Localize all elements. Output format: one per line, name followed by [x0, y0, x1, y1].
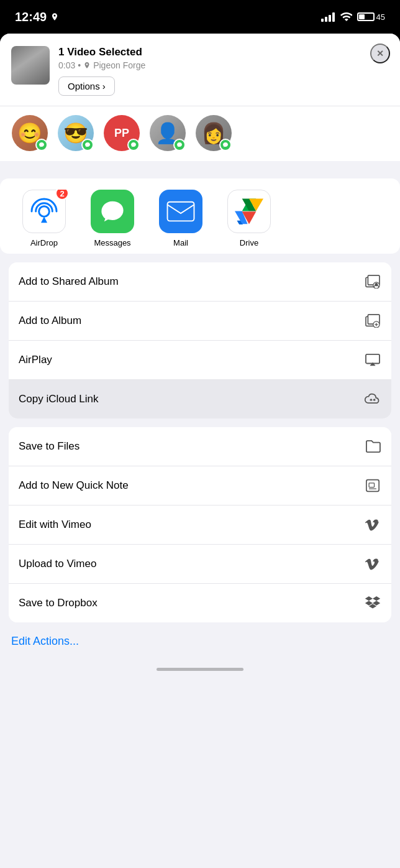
add-quick-note-label: Add to New Quick Note: [19, 479, 129, 492]
options-button[interactable]: Options ›: [58, 76, 115, 96]
contact-item[interactable]: 👩: [194, 115, 234, 151]
edit-actions-button[interactable]: Edit Actions...: [11, 635, 79, 648]
save-files-item[interactable]: Save to Files: [9, 427, 391, 466]
airdrop-label: AirDrop: [30, 238, 58, 247]
messages-app-icon: [91, 190, 134, 233]
save-dropbox-item[interactable]: Save to Dropbox: [9, 584, 391, 622]
save-dropbox-label: Save to Dropbox: [19, 597, 98, 609]
album-icon: [364, 312, 381, 330]
home-indicator: [0, 660, 400, 677]
apps-row: 2 AirDrop: [0, 190, 400, 247]
share-info: 1 Video Selected 0:03 • Pigeon Forge Opt…: [58, 46, 389, 96]
quick-note-icon: [364, 477, 381, 494]
add-shared-album-label: Add to Shared Album: [19, 275, 119, 288]
add-album-item[interactable]: Add to Album: [9, 302, 391, 341]
icloud-icon: [364, 390, 381, 408]
messages-label: Messages: [94, 238, 130, 247]
messages-badge: [81, 139, 94, 151]
drive-app-icon: [227, 190, 271, 233]
edit-vimeo-item[interactable]: Edit with Vimeo: [9, 506, 391, 545]
battery-level: 45: [376, 12, 385, 22]
contact-avatar: PP: [104, 115, 140, 151]
messages-bubble-icon: [99, 198, 126, 225]
svg-point-0: [39, 206, 50, 217]
messages-badge: [35, 139, 48, 151]
status-icons: 45: [321, 12, 385, 22]
drive-label: Drive: [240, 238, 258, 247]
add-shared-album-item[interactable]: Add to Shared Album: [9, 262, 391, 302]
mail-app-icon: [159, 190, 202, 233]
battery-container: 45: [357, 12, 385, 22]
edit-actions-row: Edit Actions...: [0, 622, 400, 660]
svg-marker-18: [365, 596, 373, 601]
video-thumbnail: [11, 46, 50, 85]
menu-section-2: Save to Files Add to New Quick Note Edit…: [9, 427, 391, 622]
battery-icon: [357, 12, 375, 21]
status-bar: 12:49 45: [0, 0, 400, 34]
airplay-icon: [364, 351, 381, 369]
close-button[interactable]: ✕: [370, 44, 390, 63]
location-small-icon: [83, 62, 91, 69]
contact-avatar: 👤: [150, 115, 186, 151]
home-bar: [157, 668, 243, 671]
messages-badge: [127, 139, 140, 151]
svg-marker-19: [373, 596, 380, 601]
app-item-drive[interactable]: Drive: [215, 190, 283, 247]
status-time: 12:49: [15, 10, 59, 24]
contacts-row: 😊 😎 PP: [0, 106, 400, 161]
contact-avatar: 👩: [196, 115, 232, 151]
contact-item[interactable]: PP: [102, 115, 142, 151]
svg-rect-15: [366, 480, 379, 492]
files-icon: [364, 438, 381, 455]
copy-icloud-link-label: Copy iCloud Link: [19, 393, 99, 405]
app-item-messages[interactable]: Messages: [78, 190, 147, 247]
vimeo-icon: [364, 516, 381, 533]
share-sheet: 1 Video Selected 0:03 • Pigeon Forge Opt…: [0, 34, 400, 868]
contact-item[interactable]: 😊: [10, 115, 50, 151]
location-icon: [50, 12, 59, 21]
upload-vimeo-label: Upload to Vimeo: [19, 558, 96, 570]
messages-badge: [219, 139, 232, 151]
messages-badge: [173, 139, 186, 151]
app-item-airdrop[interactable]: 2 AirDrop: [10, 190, 78, 247]
svg-rect-16: [369, 483, 374, 487]
vimeo-upload-icon: [364, 555, 381, 573]
airdrop-app-icon: 2: [22, 190, 66, 233]
apps-section: 2 AirDrop: [0, 178, 400, 254]
save-files-label: Save to Files: [19, 440, 80, 453]
contact-avatar: 😎: [58, 115, 94, 151]
mail-envelope-icon: [166, 201, 195, 222]
svg-marker-1: [41, 216, 47, 223]
contact-item[interactable]: 😎: [56, 115, 96, 151]
mail-label: Mail: [173, 238, 188, 247]
add-quick-note-item[interactable]: Add to New Quick Note: [9, 466, 391, 506]
share-subtitle: 0:03 • Pigeon Forge: [58, 60, 389, 70]
airdrop-waves-icon: [29, 196, 60, 227]
airdrop-badge: 2: [55, 190, 69, 200]
airplay-label: AirPlay: [19, 354, 52, 366]
shared-album-icon: [364, 273, 381, 290]
svg-rect-2: [168, 202, 194, 221]
airplay-item[interactable]: AirPlay: [9, 341, 391, 380]
app-item-mail[interactable]: Mail: [147, 190, 215, 247]
add-album-label: Add to Album: [19, 315, 81, 327]
share-title: 1 Video Selected: [58, 46, 389, 58]
wifi-icon: [340, 12, 352, 22]
copy-icloud-link-item[interactable]: Copy iCloud Link: [9, 380, 391, 418]
upload-vimeo-item[interactable]: Upload to Vimeo: [9, 545, 391, 584]
menu-section-1: Add to Shared Album Add to Album: [9, 262, 391, 418]
edit-vimeo-label: Edit with Vimeo: [19, 519, 91, 531]
drive-triangle-icon: [235, 198, 263, 224]
contact-avatar: 😊: [12, 115, 48, 151]
svg-rect-12: [366, 354, 380, 364]
signal-bars: [321, 12, 335, 22]
share-header: 1 Video Selected 0:03 • Pigeon Forge Opt…: [0, 34, 400, 106]
contact-item[interactable]: 👤: [148, 115, 188, 151]
dropbox-icon: [364, 594, 381, 612]
